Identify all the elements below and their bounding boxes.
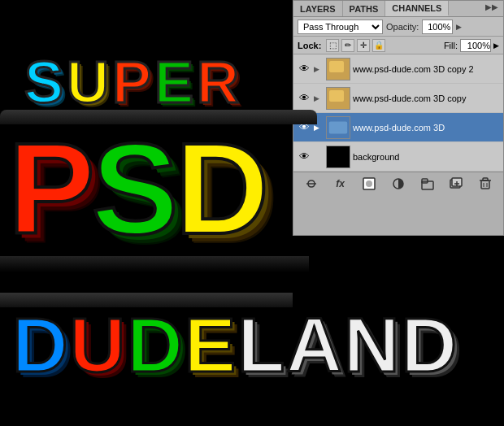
psd-text: PSD — [8, 114, 266, 263]
layer-expand-arrow[interactable]: ▶ — [314, 94, 324, 102]
opacity-label: Opacity: — [386, 22, 419, 32]
layer-thumbnail — [326, 87, 350, 110]
dl-D2: D — [127, 302, 185, 388]
layer-item-selected[interactable]: 👁 ▶ www.psd-dude.com 3D — [293, 113, 503, 142]
new-group-button[interactable] — [419, 175, 437, 193]
new-adjustment-button[interactable] — [389, 175, 407, 193]
layer-visibility-icon[interactable]: 👁 — [297, 62, 311, 76]
psd-letter-D: D — [175, 115, 266, 261]
layer-thumbnail — [326, 146, 350, 168]
blend-mode-row: Pass Through Normal Multiply Screen Over… — [293, 17, 503, 37]
layers-list: 👁 ▶ www.psd-dude.com 3D copy 2 👁 ▶ — [293, 54, 503, 172]
psd-letter-S: S — [92, 115, 176, 261]
blend-mode-select[interactable]: Pass Through Normal Multiply Screen Over… — [298, 20, 383, 34]
lock-all-icon[interactable]: 🔒 — [372, 39, 385, 52]
panel-toolbar: fx — [293, 172, 503, 194]
canvas-area: SUPER PSD DUDELAND LAYERS PATHS CHANNELS… — [0, 0, 504, 426]
layer-thumbnail — [326, 58, 350, 80]
super-text: SUPER — [24, 49, 242, 115]
dl-A: A — [286, 302, 344, 388]
fill-label: Fill: — [444, 41, 458, 50]
lock-image-icon[interactable]: ✏ — [341, 39, 354, 52]
letter-R: R — [197, 50, 242, 115]
tab-layers[interactable]: LAYERS — [293, 1, 343, 16]
ridge-top — [0, 110, 317, 124]
letter-U: U — [67, 50, 112, 115]
svg-rect-5 — [329, 121, 347, 133]
fill-arrow-icon[interactable]: ▶ — [493, 41, 499, 50]
layer-visibility-icon[interactable]: 👁 — [297, 91, 311, 106]
letter-P: P — [112, 50, 154, 115]
layer-thumbnail — [326, 116, 350, 139]
dl-E: E — [185, 302, 237, 388]
ridge-bottom — [0, 256, 309, 272]
layer-item[interactable]: 👁 ▶ background — [293, 142, 503, 172]
lock-row: Lock: ⬚ ✏ ✛ 🔒 Fill: ▶ — [293, 37, 503, 54]
svg-point-9 — [366, 180, 372, 187]
lock-icons: ⬚ ✏ ✛ 🔒 — [326, 39, 385, 52]
opacity-input[interactable] — [422, 20, 453, 34]
svg-rect-19 — [483, 178, 488, 180]
lock-transparent-icon[interactable]: ⬚ — [326, 39, 339, 52]
link-layers-button[interactable] — [302, 175, 320, 193]
opacity-arrow-icon[interactable]: ▶ — [456, 23, 462, 31]
layer-name: www.psd-dude.com 3D copy — [353, 93, 500, 103]
new-layer-button[interactable] — [447, 175, 465, 193]
svg-rect-0 — [328, 63, 348, 76]
svg-rect-17 — [481, 180, 489, 189]
tab-channels[interactable]: CHANNELS — [385, 1, 449, 16]
layer-item[interactable]: 👁 ▶ www.psd-dude.com 3D copy 2 — [293, 54, 503, 84]
dl-D1: D — [12, 302, 70, 388]
layer-expand-arrow[interactable]: ▶ — [314, 124, 324, 132]
delete-layer-button[interactable] — [476, 175, 494, 193]
dl-U: U — [70, 302, 128, 388]
layer-name: background — [353, 152, 500, 162]
layer-name: www.psd-dude.com 3D copy 2 — [353, 64, 500, 74]
ridge-bottom2 — [0, 293, 293, 307]
fill-section: Fill: ▶ — [444, 39, 499, 52]
add-mask-button[interactable] — [360, 175, 378, 193]
layers-panel: LAYERS PATHS CHANNELS ▶▶ Pass Through No… — [293, 0, 504, 236]
layer-no-arrow: ▶ — [314, 153, 324, 161]
dudeland-text: DUDELAND — [12, 301, 458, 389]
lock-label: Lock: — [298, 41, 321, 50]
letter-E: E — [154, 50, 197, 115]
svg-rect-2 — [328, 92, 348, 106]
svg-rect-6 — [327, 146, 350, 167]
fill-input[interactable] — [460, 39, 491, 52]
dl-D3: D — [401, 302, 458, 388]
panel-tabs: LAYERS PATHS CHANNELS ▶▶ — [293, 1, 503, 17]
letter-S: S — [24, 50, 67, 115]
fx-button[interactable]: fx — [332, 175, 350, 193]
layer-expand-arrow[interactable]: ▶ — [314, 65, 324, 73]
fx-icon: fx — [336, 178, 345, 189]
psd-letter-P: P — [8, 115, 92, 261]
svg-rect-1 — [328, 61, 337, 66]
layer-item[interactable]: 👁 ▶ www.psd-dude.com 3D copy — [293, 84, 503, 113]
dl-L: L — [237, 302, 286, 388]
tab-paths[interactable]: PATHS — [343, 1, 386, 16]
lock-position-icon[interactable]: ✛ — [357, 39, 370, 52]
layer-name: www.psd-dude.com 3D — [353, 123, 500, 133]
layer-visibility-icon[interactable]: 👁 — [297, 150, 311, 164]
panel-collapse-button[interactable]: ▶▶ — [480, 1, 503, 16]
svg-rect-3 — [328, 90, 337, 95]
dl-N: N — [344, 302, 402, 388]
